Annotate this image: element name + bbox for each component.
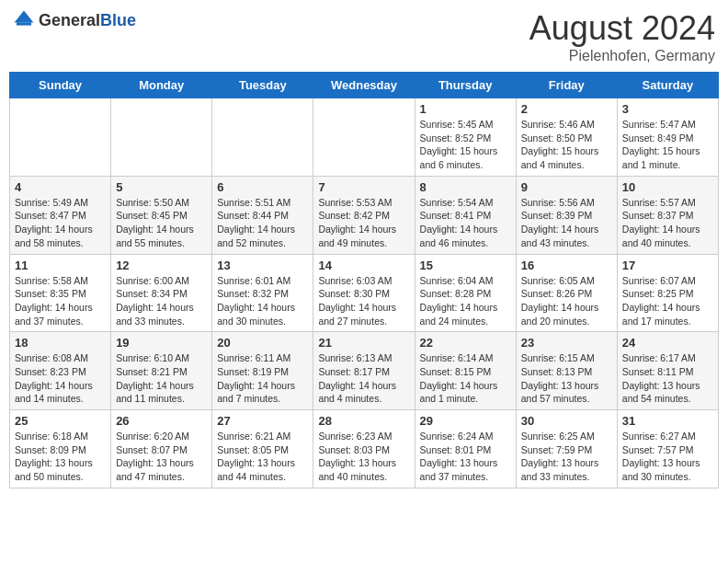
calendar-day-22: 22Sunrise: 6:14 AMSunset: 8:15 PMDayligh…: [415, 332, 516, 410]
day-info: Sunrise: 6:17 AMSunset: 8:11 PMDaylight:…: [622, 351, 713, 406]
logo-general: General: [39, 11, 100, 29]
day-info: Sunrise: 5:54 AMSunset: 8:41 PMDaylight:…: [420, 196, 511, 250]
day-number: 28: [318, 414, 409, 428]
day-info: Sunrise: 5:51 AMSunset: 8:44 PMDaylight:…: [217, 196, 308, 250]
calendar-day-5: 5Sunrise: 5:50 AMSunset: 8:45 PMDaylight…: [111, 176, 212, 254]
day-number: 18: [15, 336, 106, 350]
day-number: 6: [217, 180, 308, 194]
day-info: Sunrise: 6:18 AMSunset: 8:09 PMDaylight:…: [15, 430, 106, 484]
day-info: Sunrise: 6:03 AMSunset: 8:30 PMDaylight:…: [318, 274, 409, 328]
logo-blue: Blue: [100, 11, 136, 29]
calendar-day-2: 2Sunrise: 5:46 AMSunset: 8:50 PMDaylight…: [516, 98, 617, 177]
day-number: 3: [622, 102, 713, 116]
day-number: 10: [622, 180, 713, 194]
day-number: 31: [622, 414, 713, 428]
svg-rect-1: [17, 22, 31, 25]
day-info: Sunrise: 6:14 AMSunset: 8:15 PMDaylight:…: [420, 351, 511, 406]
calendar-empty-cell: [212, 98, 313, 177]
calendar-day-16: 16Sunrise: 6:05 AMSunset: 8:26 PMDayligh…: [516, 254, 617, 332]
day-number: 26: [116, 414, 207, 428]
day-number: 12: [116, 259, 207, 272]
day-info: Sunrise: 6:23 AMSunset: 8:03 PMDaylight:…: [318, 430, 409, 484]
day-number: 2: [521, 102, 612, 116]
calendar-empty-cell: [10, 98, 111, 177]
day-info: Sunrise: 5:58 AMSunset: 8:35 PMDaylight:…: [15, 274, 106, 328]
day-info: Sunrise: 6:21 AMSunset: 8:05 PMDaylight:…: [217, 430, 308, 484]
calendar-day-8: 8Sunrise: 5:54 AMSunset: 8:41 PMDaylight…: [415, 176, 516, 254]
day-info: Sunrise: 6:07 AMSunset: 8:25 PMDaylight:…: [622, 274, 713, 328]
weekday-header-sunday: Sunday: [10, 73, 111, 98]
day-number: 14: [318, 259, 409, 272]
day-info: Sunrise: 5:50 AMSunset: 8:45 PMDaylight:…: [116, 196, 207, 250]
calendar-day-20: 20Sunrise: 6:11 AMSunset: 8:19 PMDayligh…: [212, 332, 313, 410]
calendar-empty-cell: [111, 98, 212, 177]
calendar-day-19: 19Sunrise: 6:10 AMSunset: 8:21 PMDayligh…: [111, 332, 212, 410]
weekday-header-wednesday: Wednesday: [313, 73, 415, 98]
logo: GeneralBlue: [13, 9, 136, 31]
day-number: 27: [217, 414, 308, 428]
calendar-day-18: 18Sunrise: 6:08 AMSunset: 8:23 PMDayligh…: [10, 332, 111, 410]
calendar-table: SundayMondayTuesdayWednesdayThursdayFrid…: [9, 72, 719, 488]
day-number: 5: [116, 180, 207, 194]
day-info: Sunrise: 6:25 AMSunset: 7:59 PMDaylight:…: [521, 430, 612, 484]
day-info: Sunrise: 6:08 AMSunset: 8:23 PMDaylight:…: [15, 351, 106, 406]
day-info: Sunrise: 5:49 AMSunset: 8:47 PMDaylight:…: [15, 196, 106, 250]
calendar-week-row: 4Sunrise: 5:49 AMSunset: 8:47 PMDaylight…: [10, 176, 719, 254]
day-info: Sunrise: 5:53 AMSunset: 8:42 PMDaylight:…: [318, 196, 409, 250]
calendar-day-11: 11Sunrise: 5:58 AMSunset: 8:35 PMDayligh…: [10, 254, 111, 332]
calendar-day-9: 9Sunrise: 5:56 AMSunset: 8:39 PMDaylight…: [516, 176, 617, 254]
day-info: Sunrise: 5:45 AMSunset: 8:52 PMDaylight:…: [420, 118, 511, 172]
day-number: 29: [420, 414, 511, 428]
weekday-header-tuesday: Tuesday: [212, 73, 313, 98]
day-info: Sunrise: 6:01 AMSunset: 8:32 PMDaylight:…: [217, 274, 308, 328]
day-info: Sunrise: 6:05 AMSunset: 8:26 PMDaylight:…: [521, 274, 612, 328]
calendar-day-3: 3Sunrise: 5:47 AMSunset: 8:49 PMDaylight…: [617, 98, 718, 177]
calendar-week-row: 1Sunrise: 5:45 AMSunset: 8:52 PMDaylight…: [10, 98, 719, 177]
weekday-header-friday: Friday: [516, 73, 617, 98]
weekday-header-thursday: Thursday: [415, 73, 516, 98]
day-number: 23: [521, 336, 612, 350]
day-info: Sunrise: 6:15 AMSunset: 8:13 PMDaylight:…: [521, 351, 612, 406]
day-number: 25: [15, 414, 106, 428]
day-number: 13: [217, 259, 308, 272]
calendar-week-row: 18Sunrise: 6:08 AMSunset: 8:23 PMDayligh…: [10, 332, 719, 410]
calendar-week-row: 11Sunrise: 5:58 AMSunset: 8:35 PMDayligh…: [10, 254, 719, 332]
calendar-day-4: 4Sunrise: 5:49 AMSunset: 8:47 PMDaylight…: [10, 176, 111, 254]
day-number: 4: [15, 180, 106, 194]
title-block: August 2024 Pielenhofen, Germany: [529, 9, 715, 64]
day-number: 9: [521, 180, 612, 194]
calendar-day-23: 23Sunrise: 6:15 AMSunset: 8:13 PMDayligh…: [516, 332, 617, 410]
calendar-day-21: 21Sunrise: 6:13 AMSunset: 8:17 PMDayligh…: [313, 332, 415, 410]
calendar-empty-cell: [313, 98, 415, 177]
day-info: Sunrise: 6:10 AMSunset: 8:21 PMDaylight:…: [116, 351, 207, 406]
calendar-day-7: 7Sunrise: 5:53 AMSunset: 8:42 PMDaylight…: [313, 176, 415, 254]
weekday-header-monday: Monday: [111, 73, 212, 98]
calendar-day-27: 27Sunrise: 6:21 AMSunset: 8:05 PMDayligh…: [212, 410, 313, 488]
month-year-title: August 2024: [529, 9, 715, 48]
day-number: 19: [116, 336, 207, 350]
day-number: 8: [420, 180, 511, 194]
day-number: 7: [318, 180, 409, 194]
calendar-day-25: 25Sunrise: 6:18 AMSunset: 8:09 PMDayligh…: [10, 410, 111, 488]
day-number: 24: [622, 336, 713, 350]
day-info: Sunrise: 6:11 AMSunset: 8:19 PMDaylight:…: [217, 351, 308, 406]
day-number: 15: [420, 259, 511, 272]
calendar-day-14: 14Sunrise: 6:03 AMSunset: 8:30 PMDayligh…: [313, 254, 415, 332]
day-info: Sunrise: 5:56 AMSunset: 8:39 PMDaylight:…: [521, 196, 612, 250]
day-info: Sunrise: 6:13 AMSunset: 8:17 PMDaylight:…: [318, 351, 409, 406]
day-number: 22: [420, 336, 511, 350]
day-number: 17: [622, 259, 713, 272]
calendar-day-12: 12Sunrise: 6:00 AMSunset: 8:34 PMDayligh…: [111, 254, 212, 332]
calendar-day-1: 1Sunrise: 5:45 AMSunset: 8:52 PMDaylight…: [415, 98, 516, 177]
calendar-day-10: 10Sunrise: 5:57 AMSunset: 8:37 PMDayligh…: [617, 176, 718, 254]
day-number: 20: [217, 336, 308, 350]
calendar-day-29: 29Sunrise: 6:24 AMSunset: 8:01 PMDayligh…: [415, 410, 516, 488]
calendar-day-30: 30Sunrise: 6:25 AMSunset: 7:59 PMDayligh…: [516, 410, 617, 488]
calendar-day-24: 24Sunrise: 6:17 AMSunset: 8:11 PMDayligh…: [617, 332, 718, 410]
day-info: Sunrise: 5:47 AMSunset: 8:49 PMDaylight:…: [622, 118, 713, 172]
day-number: 30: [521, 414, 612, 428]
day-info: Sunrise: 6:27 AMSunset: 7:57 PMDaylight:…: [622, 430, 713, 484]
day-number: 21: [318, 336, 409, 350]
calendar-day-28: 28Sunrise: 6:23 AMSunset: 8:03 PMDayligh…: [313, 410, 415, 488]
day-info: Sunrise: 6:00 AMSunset: 8:34 PMDaylight:…: [116, 274, 207, 328]
